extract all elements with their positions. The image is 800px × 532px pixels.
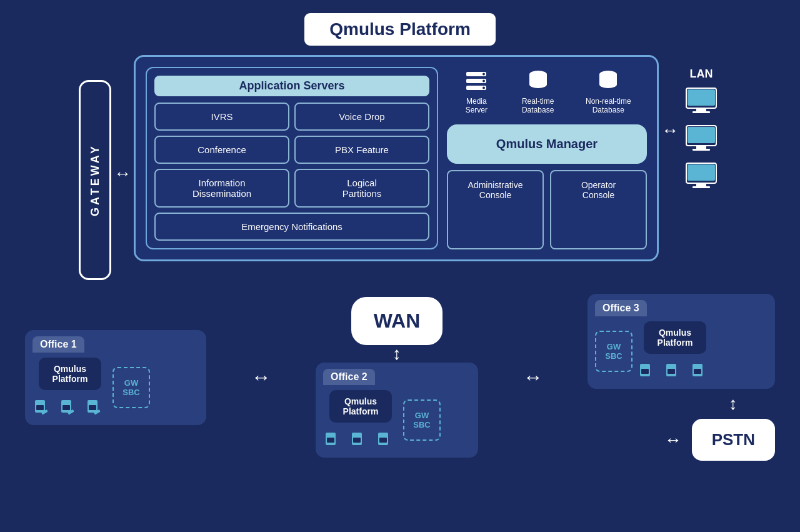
- app-grid: IVRS Voice Drop Conference PBX Feature I…: [154, 103, 429, 241]
- phone-icon-o2-1: [323, 428, 346, 450]
- office1-inner: QmulusPlatform: [32, 358, 199, 418]
- svg-rect-44: [641, 369, 649, 374]
- svg-rect-26: [696, 183, 706, 186]
- admin-console: AdministrativeConsole: [447, 170, 544, 249]
- office2-phones: [323, 428, 398, 450]
- realtime-db-label: Real-timeDatabase: [522, 97, 554, 114]
- svg-rect-48: [694, 369, 701, 374]
- media-server-icon: [462, 67, 490, 94]
- computer-icon-3: [681, 162, 721, 193]
- svg-rect-46: [668, 369, 675, 374]
- office2-label: Office 2: [323, 369, 375, 385]
- platform-box: Application Servers IVRS Voice Drop Conf…: [134, 55, 659, 261]
- wan-box: WAN: [351, 297, 443, 345]
- phone-icon-o2-2: [349, 428, 372, 450]
- office1-gwsbc: GWSBC: [112, 367, 150, 408]
- pstn-box: PSTN: [692, 419, 775, 461]
- app-servers-title: Application Servers: [154, 76, 429, 96]
- svg-rect-32: [62, 405, 70, 410]
- office3-box: Office 3 GWSBC QmulusPlatform: [588, 294, 775, 389]
- computer-icon-1: [681, 87, 721, 118]
- nonrealtime-db-icon: [594, 67, 622, 94]
- office1-label: Office 1: [32, 336, 84, 353]
- arrow-wan-office3: ↔: [523, 366, 543, 389]
- realtime-db-icon-item: Real-timeDatabase: [522, 67, 554, 114]
- phone-icon-o3-3: [690, 359, 712, 381]
- arrow-wan-office2: ↕: [392, 345, 401, 363]
- office3-phones: [638, 359, 712, 381]
- nonrealtime-db-icon-item: Non-real-timeDatabase: [586, 67, 631, 114]
- phone-icon-1: [32, 395, 55, 418]
- app-cell-infodiss: InformationDissemination: [154, 169, 289, 208]
- svg-rect-27: [692, 186, 710, 188]
- svg-point-10: [529, 81, 547, 88]
- right-bottom-section: Office 3 GWSBC QmulusPlatform: [588, 294, 775, 461]
- office2-gwsbc: GWSBC: [403, 399, 441, 441]
- svg-point-5: [482, 87, 485, 89]
- office3-platform: QmulusPlatform: [644, 321, 706, 354]
- page-title: Qmulus Platform: [302, 11, 498, 48]
- svg-rect-29: [36, 405, 44, 410]
- gateway-arrow: ↔: [111, 164, 134, 184]
- svg-rect-22: [696, 146, 706, 149]
- office1-platform: QmulusPlatform: [39, 358, 101, 390]
- svg-point-4: [482, 80, 485, 83]
- arrow-office1-wan: ↔: [251, 366, 271, 389]
- phone-icon-2: [59, 395, 81, 418]
- lan-label: LAN: [690, 68, 713, 81]
- platform-right: MediaServer Real-timeDatabase: [447, 67, 647, 249]
- svg-rect-35: [89, 405, 96, 410]
- svg-rect-42: [379, 438, 387, 443]
- svg-rect-38: [327, 438, 334, 443]
- lan-left-arrow: ↔: [659, 121, 681, 141]
- phone-icon-o3-2: [664, 359, 686, 381]
- office3-inner: GWSBC QmulusPlatform: [595, 321, 768, 381]
- pstn-row: ↔ PSTN: [664, 419, 775, 461]
- media-server-label: MediaServer: [466, 97, 488, 114]
- svg-rect-21: [688, 127, 715, 143]
- lan-section: ↔ LAN: [659, 68, 721, 193]
- office3-label: Office 3: [595, 300, 647, 316]
- computer-icon-2: [681, 124, 721, 156]
- nonrealtime-db-label: Non-real-timeDatabase: [586, 97, 631, 114]
- app-cell-voicedrop: Voice Drop: [294, 103, 429, 131]
- app-cell-ivrs: IVRS: [154, 103, 289, 131]
- office2-box: Office 2 QmulusPlatform: [316, 363, 478, 458]
- office2-inner: QmulusPlatform: [323, 390, 471, 450]
- arrow-office3-pstn: ↕: [729, 394, 775, 414]
- svg-point-15: [599, 81, 617, 88]
- center-column: WAN ↕ Office 2 QmulusPlatform: [316, 297, 478, 458]
- phone-icon-o3-1: [638, 359, 660, 381]
- office1-box: Office 1 QmulusPlatform: [25, 330, 206, 425]
- office1-phones: [32, 395, 108, 418]
- media-icons-row: MediaServer Real-timeDatabase: [447, 67, 647, 114]
- svg-point-3: [482, 73, 485, 76]
- svg-rect-18: [696, 108, 706, 111]
- phone-icon-o2-3: [376, 428, 398, 450]
- bottom-section: Office 1 QmulusPlatform: [0, 286, 800, 461]
- app-cell-pbx: PBX Feature: [294, 136, 429, 164]
- operator-console: OperatorConsole: [550, 170, 647, 249]
- svg-rect-19: [692, 111, 710, 113]
- app-cell-conference: Conference: [154, 136, 289, 164]
- svg-rect-40: [353, 438, 361, 443]
- office3-gwsbc: GWSBC: [595, 331, 632, 372]
- media-server-icon-item: MediaServer: [462, 67, 490, 114]
- svg-rect-23: [692, 149, 710, 151]
- phone-icon-3: [85, 395, 108, 418]
- svg-rect-17: [688, 89, 715, 106]
- office2-platform: QmulusPlatform: [329, 390, 392, 423]
- office1-container: Office 1 QmulusPlatform: [25, 330, 206, 425]
- realtime-db-icon: [524, 67, 552, 94]
- qmulus-manager: Qmulus Manager: [447, 124, 647, 164]
- console-row: AdministrativeConsole OperatorConsole: [447, 170, 647, 249]
- app-cell-logical: LogicalPartitions: [294, 169, 429, 208]
- app-servers-section: Application Servers IVRS Voice Drop Conf…: [146, 67, 438, 249]
- gateway-box: GATEWAY: [79, 80, 111, 280]
- svg-rect-25: [688, 164, 715, 181]
- arrow-o2gwsbc-pstn: ↔: [664, 430, 682, 450]
- gateway-label: GATEWAY: [89, 144, 102, 216]
- app-cell-emergency: Emergency Notifications: [154, 213, 429, 241]
